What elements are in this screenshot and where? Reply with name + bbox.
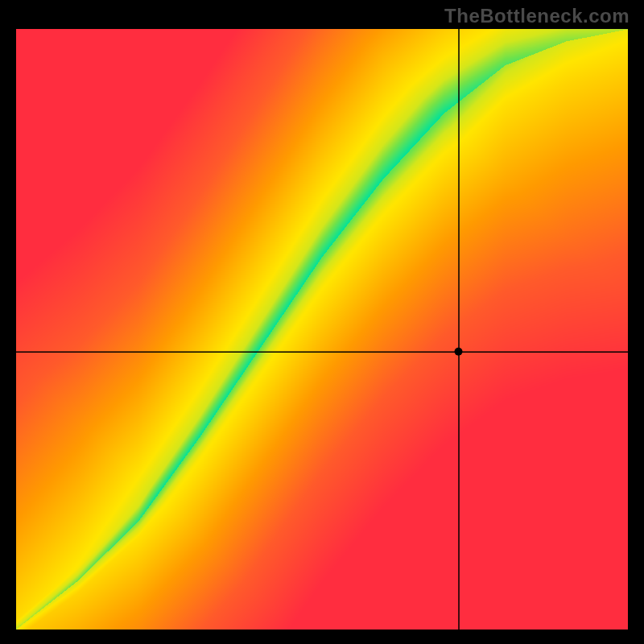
bottleneck-heatmap: [16, 29, 628, 630]
heatmap-canvas: [16, 29, 628, 630]
watermark-text: TheBottleneck.com: [444, 5, 630, 27]
